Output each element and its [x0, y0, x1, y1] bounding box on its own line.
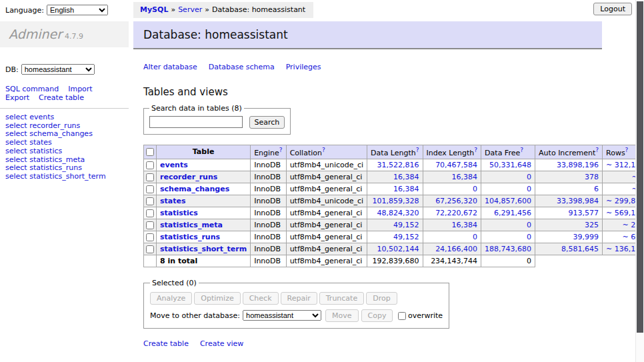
create-link[interactable]: Create table — [143, 339, 189, 348]
data-length-link[interactable]: 49,152 — [393, 221, 419, 229]
data-length-link[interactable]: 31,522,816 — [377, 161, 419, 169]
index-length-link[interactable]: 0 — [473, 185, 477, 193]
table-operation-button[interactable]: Check — [243, 292, 279, 305]
table-operation-button[interactable]: Truncate — [319, 292, 364, 305]
auto-increment: 8,581,645 — [535, 243, 603, 255]
table-name-link[interactable]: events — [160, 161, 188, 169]
row-checkbox[interactable] — [146, 245, 154, 253]
table-name-link[interactable]: statistics — [160, 209, 198, 217]
table-name-link[interactable]: states — [160, 197, 186, 205]
collation-cell: utf8mb4_unicode_ci — [286, 195, 367, 207]
table-name-link[interactable]: statistics_short_term — [160, 245, 247, 253]
collation-cell: utf8mb4_general_ci — [286, 183, 367, 195]
table-operation-button[interactable]: Drop — [366, 292, 397, 305]
auto-increment-link[interactable]: 378 — [585, 173, 599, 181]
select-all-checkbox[interactable] — [146, 148, 154, 156]
table-name-link[interactable]: schema_changes — [160, 185, 229, 193]
data-free-link[interactable]: 0 — [527, 221, 531, 229]
data-free: 0 — [481, 183, 535, 195]
index-length-link[interactable]: 70,467,584 — [435, 161, 477, 169]
table-name-link[interactable]: statistics_runs — [160, 233, 220, 241]
copy-button[interactable]: Copy — [361, 309, 393, 322]
data-length-link[interactable]: 101,859,328 — [373, 197, 419, 205]
language-select[interactable]: English — [47, 5, 108, 15]
column-help-link[interactable]: ? — [595, 147, 599, 153]
total-label: 8 in total — [157, 255, 251, 267]
sidebar-table-link[interactable]: select states — [5, 139, 129, 147]
index-length-link[interactable]: 16,384 — [452, 173, 478, 181]
database-action-link[interactable]: Alter database — [143, 63, 197, 71]
row-checkbox[interactable] — [146, 209, 154, 217]
row-checkbox[interactable] — [146, 161, 154, 169]
table-name: statistics_runs — [157, 231, 251, 243]
table-name-link[interactable]: statistics_meta — [160, 221, 223, 229]
row-checkbox[interactable] — [146, 221, 154, 229]
index-length-link[interactable]: 72,220,672 — [435, 209, 477, 217]
data-length-link[interactable]: 16,384 — [393, 173, 419, 181]
data-length-link[interactable]: 48,824,320 — [377, 209, 419, 217]
engine-cell: InnoDB — [251, 243, 286, 255]
data-free-link[interactable]: 0 — [527, 185, 531, 193]
column-help-link[interactable]: ? — [416, 147, 419, 153]
auto-increment-link[interactable]: 325 — [585, 221, 599, 229]
sql-command-link[interactable]: SQL command — [5, 85, 59, 93]
sidebar-table-link[interactable]: select events — [5, 113, 129, 122]
create-table-link-sidebar[interactable]: Create table — [39, 93, 84, 102]
data-length-link[interactable]: 10,502,144 — [377, 245, 419, 253]
auto-increment-link[interactable]: 913,577 — [569, 209, 599, 217]
auto-increment-link[interactable]: 33,898,196 — [557, 161, 599, 169]
table-operation-button[interactable]: Optimize — [194, 292, 240, 305]
column-help-link[interactable]: ? — [625, 147, 629, 153]
index-length-link[interactable]: 67,256,320 — [435, 197, 477, 205]
collation-cell: utf8mb4_general_ci — [286, 231, 367, 243]
column-help-link[interactable]: ? — [322, 147, 325, 153]
index-length-link[interactable]: 16,384 — [452, 221, 478, 229]
scrollbar-thumb[interactable] — [637, 1, 643, 333]
create-link[interactable]: Create view — [200, 339, 243, 348]
database-action-link[interactable]: Database schema — [209, 63, 275, 71]
table-operation-button[interactable]: Repair — [281, 292, 317, 305]
data-free-link[interactable]: 0 — [527, 173, 531, 181]
table-name-link[interactable]: recorder_runs — [160, 173, 217, 181]
move-button[interactable]: Move — [325, 309, 359, 322]
table-operation-button[interactable]: Analyze — [150, 292, 192, 305]
row-checkbox[interactable] — [146, 185, 154, 193]
export-link[interactable]: Export — [5, 93, 29, 102]
data-length-link[interactable]: 16,384 — [393, 185, 419, 193]
sidebar-table-link[interactable]: select statistics_short_term — [5, 173, 129, 181]
sidebar-table-link[interactable]: select statistics — [5, 147, 129, 156]
table-name: events — [157, 159, 251, 171]
auto-increment-link[interactable]: 8,581,645 — [561, 245, 599, 253]
breadcrumb-server-link[interactable]: Server — [178, 5, 202, 14]
data-free-link[interactable]: 50,331,648 — [489, 161, 531, 169]
overwrite-checkbox[interactable] — [398, 312, 406, 320]
index-length-link[interactable]: 24,166,400 — [435, 245, 477, 253]
move-db-select[interactable]: homeassistant — [243, 310, 321, 321]
breadcrumb-mysql-link[interactable]: MySQL — [140, 5, 168, 14]
row-checkbox-cell — [144, 243, 157, 255]
data-length-link[interactable]: 49,152 — [393, 233, 419, 241]
row-checkbox[interactable] — [146, 173, 154, 181]
database-action-link[interactable]: Privileges — [286, 63, 321, 71]
auto-increment-link[interactable]: 6 — [594, 185, 599, 193]
data-free-link[interactable]: 188,743,680 — [485, 245, 531, 253]
column-help-link[interactable]: ? — [474, 147, 477, 153]
auto-increment-link[interactable]: 33,398,984 — [557, 197, 599, 205]
column-help-link[interactable]: ? — [279, 147, 283, 153]
vertical-scrollbar[interactable] — [635, 0, 644, 362]
search-button[interactable]: Search — [249, 116, 285, 129]
auto-increment-link[interactable]: 39,999 — [573, 233, 599, 241]
search-input[interactable] — [149, 116, 243, 128]
data-free-link[interactable]: 104,857,600 — [485, 197, 531, 205]
data-length: 49,152 — [367, 219, 423, 231]
db-select[interactable]: homeassistant — [21, 64, 95, 75]
import-link[interactable]: Import — [68, 85, 93, 93]
column-help-link[interactable]: ? — [520, 147, 523, 153]
row-checkbox[interactable] — [146, 197, 154, 205]
index-length-link[interactable]: 0 — [473, 233, 477, 241]
data-free-link[interactable]: 6,291,456 — [494, 209, 531, 217]
data-free-link[interactable]: 0 — [527, 233, 531, 241]
auto-increment: 39,999 — [535, 231, 603, 243]
main-content: MySQL»Server»Database: homeassistant Dat… — [133, 0, 608, 362]
row-checkbox[interactable] — [146, 233, 154, 241]
